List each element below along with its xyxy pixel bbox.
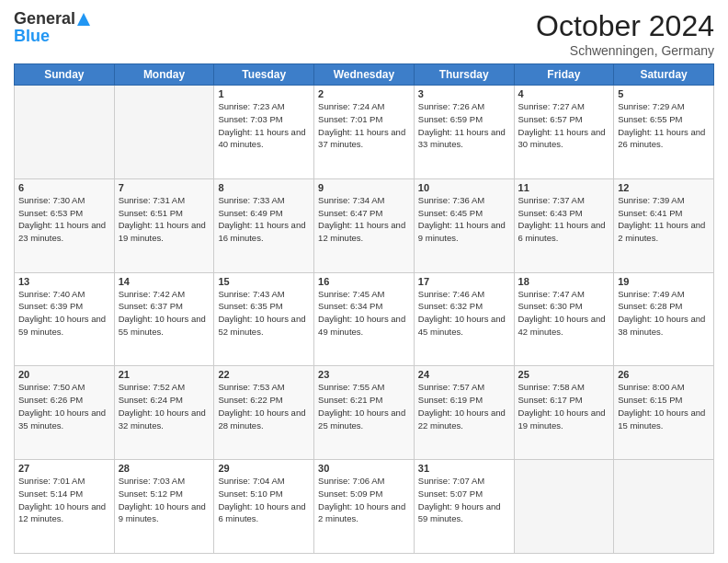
sunrise: Sunrise: 7:34 AM (318, 195, 384, 205)
table-row: 12Sunrise: 7:39 AMSunset: 6:41 PMDayligh… (614, 178, 714, 272)
day-info: Sunrise: 7:23 AMSunset: 7:03 PMDaylight:… (218, 100, 310, 151)
day-number: 23 (318, 369, 410, 380)
month-title: October 2024 (536, 9, 714, 43)
day-number: 30 (318, 463, 410, 474)
sunset: Sunset: 6:47 PM (318, 208, 382, 218)
logo-general-text: General (14, 9, 75, 29)
sunrise: Sunrise: 7:52 AM (119, 382, 185, 392)
sunset: Sunset: 6:32 PM (418, 301, 483, 311)
day-number: 19 (618, 276, 710, 287)
daylight: Daylight: 10 hours and 38 minutes. (618, 314, 705, 337)
table-row: 10Sunrise: 7:36 AMSunset: 6:45 PMDayligh… (414, 178, 514, 272)
sunrise: Sunrise: 7:04 AM (218, 476, 284, 486)
day-info: Sunrise: 7:33 AMSunset: 6:49 PMDaylight:… (218, 194, 310, 245)
daylight: Daylight: 10 hours and 35 minutes. (18, 408, 106, 431)
table-row: 7Sunrise: 7:31 AMSunset: 6:51 PMDaylight… (114, 178, 214, 272)
logo-blue-text: Blue (14, 27, 50, 46)
daylight: Daylight: 10 hours and 19 minutes. (518, 408, 606, 431)
day-number: 12 (618, 182, 710, 193)
page: General Blue October 2024 Schwenningen, … (0, 0, 728, 563)
sunset: Sunset: 6:30 PM (518, 301, 583, 311)
day-info: Sunrise: 7:03 AMSunset: 5:12 PMDaylight:… (119, 475, 210, 525)
day-number: 16 (318, 276, 410, 287)
day-info: Sunrise: 7:50 AMSunset: 6:26 PMDaylight:… (18, 381, 110, 431)
table-row: 20Sunrise: 7:50 AMSunset: 6:26 PMDayligh… (15, 366, 115, 460)
calendar-week-row: 1Sunrise: 7:23 AMSunset: 7:03 PMDaylight… (15, 86, 714, 179)
table-row: 25Sunrise: 7:58 AMSunset: 6:17 PMDayligh… (514, 366, 614, 460)
sunset: Sunset: 6:28 PM (618, 301, 682, 311)
daylight: Daylight: 11 hours and 37 minutes. (318, 127, 405, 150)
col-tuesday: Tuesday (214, 64, 314, 86)
daylight: Daylight: 10 hours and 52 minutes. (218, 314, 305, 337)
day-info: Sunrise: 7:40 AMSunset: 6:39 PMDaylight:… (18, 288, 110, 339)
calendar-table: Sunday Monday Tuesday Wednesday Thursday… (14, 63, 714, 554)
sunset: Sunset: 6:34 PM (318, 301, 382, 311)
day-info: Sunrise: 7:29 AMSunset: 6:55 PMDaylight:… (618, 100, 710, 151)
day-info: Sunrise: 7:06 AMSunset: 5:09 PMDaylight:… (318, 475, 410, 525)
day-info: Sunrise: 7:42 AMSunset: 6:37 PMDaylight:… (119, 288, 210, 339)
sunset: Sunset: 6:24 PM (119, 395, 183, 405)
col-wednesday: Wednesday (314, 64, 415, 86)
day-info: Sunrise: 7:34 AMSunset: 6:47 PMDaylight:… (318, 194, 410, 245)
calendar-week-row: 27Sunrise: 7:01 AMSunset: 5:14 PMDayligh… (15, 460, 714, 554)
day-number: 22 (218, 369, 310, 380)
day-info: Sunrise: 7:24 AMSunset: 7:01 PMDaylight:… (318, 100, 410, 151)
daylight: Daylight: 10 hours and 55 minutes. (119, 314, 206, 337)
table-row: 19Sunrise: 7:49 AMSunset: 6:28 PMDayligh… (614, 272, 714, 366)
sunset: Sunset: 6:21 PM (318, 395, 382, 405)
day-info: Sunrise: 7:58 AMSunset: 6:17 PMDaylight:… (518, 381, 610, 431)
table-row: 4Sunrise: 7:27 AMSunset: 6:57 PMDaylight… (514, 86, 614, 179)
table-row: 18Sunrise: 7:47 AMSunset: 6:30 PMDayligh… (514, 272, 614, 366)
sunrise: Sunrise: 7:58 AM (518, 382, 585, 392)
table-row: 3Sunrise: 7:26 AMSunset: 6:59 PMDaylight… (414, 86, 514, 179)
logo-line1: General (14, 9, 90, 29)
table-row: 11Sunrise: 7:37 AMSunset: 6:43 PMDayligh… (514, 178, 614, 272)
title-block: October 2024 Schwenningen, Germany (536, 9, 714, 58)
svg-marker-0 (77, 13, 90, 26)
daylight: Daylight: 11 hours and 19 minutes. (119, 220, 206, 243)
daylight: Daylight: 11 hours and 33 minutes. (418, 127, 506, 150)
day-number: 27 (18, 463, 110, 474)
sunrise: Sunrise: 7:30 AM (18, 195, 85, 205)
sunrise: Sunrise: 7:45 AM (318, 289, 384, 299)
day-number: 4 (518, 88, 610, 99)
daylight: Daylight: 11 hours and 30 minutes. (518, 127, 606, 150)
daylight: Daylight: 10 hours and 32 minutes. (119, 408, 206, 431)
day-number: 6 (18, 182, 110, 193)
logo-triangle-icon (77, 13, 90, 26)
day-info: Sunrise: 7:30 AMSunset: 6:53 PMDaylight:… (18, 194, 110, 245)
table-row: 9Sunrise: 7:34 AMSunset: 6:47 PMDaylight… (314, 178, 415, 272)
sunset: Sunset: 6:39 PM (18, 301, 83, 311)
sunrise: Sunrise: 7:57 AM (418, 382, 484, 392)
day-number: 13 (18, 276, 110, 287)
day-info: Sunrise: 7:57 AMSunset: 6:19 PMDaylight:… (418, 381, 510, 431)
logo: General Blue (14, 9, 90, 46)
col-friday: Friday (514, 64, 614, 86)
table-row: 31Sunrise: 7:07 AMSunset: 5:07 PMDayligh… (414, 460, 514, 554)
day-info: Sunrise: 7:37 AMSunset: 6:43 PMDaylight:… (518, 194, 610, 245)
sunset: Sunset: 6:51 PM (119, 208, 183, 218)
sunset: Sunset: 6:59 PM (418, 114, 483, 124)
calendar-week-row: 20Sunrise: 7:50 AMSunset: 6:26 PMDayligh… (15, 366, 714, 460)
day-number: 20 (18, 369, 110, 380)
day-info: Sunrise: 7:53 AMSunset: 6:22 PMDaylight:… (218, 381, 310, 431)
header: General Blue October 2024 Schwenningen, … (14, 9, 714, 58)
day-info: Sunrise: 7:45 AMSunset: 6:34 PMDaylight:… (318, 288, 410, 339)
daylight: Daylight: 10 hours and 45 minutes. (418, 314, 506, 337)
sunset: Sunset: 6:41 PM (618, 208, 682, 218)
sunset: Sunset: 6:35 PM (218, 301, 282, 311)
location: Schwenningen, Germany (536, 43, 714, 58)
sunrise: Sunrise: 7:47 AM (518, 289, 585, 299)
day-number: 29 (218, 463, 310, 474)
table-row: 15Sunrise: 7:43 AMSunset: 6:35 PMDayligh… (214, 272, 314, 366)
day-info: Sunrise: 7:36 AMSunset: 6:45 PMDaylight:… (418, 194, 510, 245)
sunset: Sunset: 6:57 PM (518, 114, 583, 124)
table-row: 1Sunrise: 7:23 AMSunset: 7:03 PMDaylight… (214, 86, 314, 179)
table-row: 30Sunrise: 7:06 AMSunset: 5:09 PMDayligh… (314, 460, 415, 554)
sunrise: Sunrise: 8:00 AM (618, 382, 684, 392)
day-info: Sunrise: 7:27 AMSunset: 6:57 PMDaylight:… (518, 100, 610, 151)
sunrise: Sunrise: 7:33 AM (218, 195, 284, 205)
day-number: 3 (418, 88, 510, 99)
col-thursday: Thursday (414, 64, 514, 86)
sunrise: Sunrise: 7:36 AM (418, 195, 484, 205)
